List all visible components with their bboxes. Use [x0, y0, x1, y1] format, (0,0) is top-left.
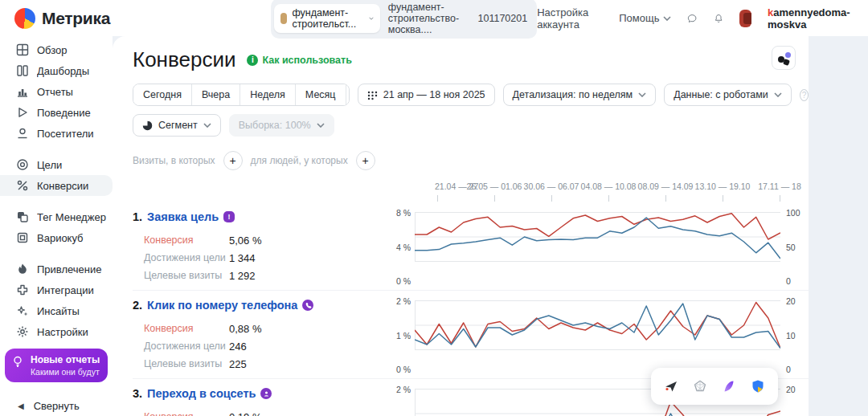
- stat-value: 0,19 %: [229, 411, 392, 416]
- conditions-row: Визиты, в которых + для людей, у которых…: [133, 151, 809, 170]
- date-range-label: 21 апр — 18 ноя 2025: [383, 89, 485, 100]
- help-label: Помощь: [619, 12, 659, 24]
- stat-label: Конверсия: [144, 411, 229, 416]
- sidebar-item-variocube[interactable]: Вариокуб: [0, 227, 113, 248]
- puzzle-icon: [16, 283, 29, 296]
- sidebar-item-insights[interactable]: Инсайты: [0, 300, 113, 321]
- bulb-icon: [11, 355, 24, 368]
- sidebar-item-label: Обзор: [37, 44, 68, 56]
- shield-icon[interactable]: [746, 374, 770, 398]
- date-axis-tick: [494, 195, 495, 202]
- period-quarter-button[interactable]: Квартал: [346, 84, 350, 105]
- counter-selector[interactable]: фундамент-строительст...: [274, 4, 380, 33]
- page-title: Конверсии: [133, 47, 235, 72]
- date-axis-label: 04.08 — 10.08: [581, 181, 637, 191]
- y-tick: 100: [786, 208, 800, 218]
- date-range-button[interactable]: 21 апр — 18 ноя 2025: [358, 84, 495, 106]
- stat-value: 0,88 %: [229, 323, 392, 335]
- sidebar-item-attraction[interactable]: Привлечение: [0, 259, 113, 279]
- goal-stats: Конверсия5,06 % Достижения цели1 344 Цел…: [144, 235, 392, 282]
- line-chart[interactable]: [415, 300, 780, 350]
- add-people-condition-button[interactable]: +: [356, 151, 375, 170]
- y-tick: 20: [786, 296, 796, 306]
- chevron-down-icon: [317, 123, 325, 128]
- period-month-button[interactable]: Месяц: [296, 84, 346, 105]
- period-today-button[interactable]: Сегодня: [133, 84, 192, 105]
- sidebar-item-dashboards[interactable]: Дашборды: [0, 60, 113, 81]
- y-tick: 10: [786, 331, 796, 341]
- y-tick: 2 %: [396, 296, 411, 306]
- sidebar-item-overview[interactable]: Обзор: [0, 39, 113, 60]
- chevron-down-icon: [369, 16, 374, 21]
- data-mode-label: Данные: с роботами: [674, 89, 768, 100]
- goal-number: 1.: [133, 210, 142, 223]
- stat-label: Конверсия: [144, 235, 229, 247]
- period-segmented-control: Сегодня Вчера Неделя Месяц Квартал Год: [133, 84, 350, 106]
- username[interactable]: kamennyedoma-moskva: [768, 6, 850, 31]
- goal-link[interactable]: Переход в соцсеть: [147, 387, 256, 400]
- help-menu[interactable]: Помощь: [619, 12, 671, 24]
- chat-icon[interactable]: [687, 11, 697, 26]
- tag-manager-icon: [16, 210, 29, 223]
- goal-type-person-icon: [260, 388, 272, 399]
- sidebar-item-reports[interactable]: Отчеты: [0, 81, 113, 102]
- y-tick: 20: [786, 385, 796, 394]
- sidebar-item-behavior[interactable]: Поведение: [0, 102, 113, 123]
- sidebar-item-settings[interactable]: Настройки: [0, 321, 113, 342]
- y-tick: 4 %: [396, 243, 411, 252]
- line-chart[interactable]: [415, 212, 780, 262]
- target-icon: [16, 158, 29, 171]
- ai-assistant-button[interactable]: [772, 46, 796, 70]
- goal-link[interactable]: Заявка цель: [147, 210, 219, 223]
- sidebar-item-tag-manager[interactable]: Тег Менеджерβ: [0, 206, 113, 227]
- new-reports-promo-card[interactable]: Новые отчеты Какими они будут: [5, 349, 108, 382]
- avatar[interactable]: [739, 10, 751, 27]
- goal-chart-2: 2 % 1 % 0 % 20 10 0: [392, 300, 803, 370]
- y-tick: 8 %: [396, 208, 411, 218]
- goal-link[interactable]: Клик по номеру телефона: [147, 299, 297, 312]
- promo-title: Новые отчеты: [31, 354, 100, 365]
- goal-type-exclamation-icon: !: [223, 211, 235, 222]
- how-to-use-link[interactable]: i Как использовать: [247, 55, 351, 66]
- sidebar-item-label: Тег Менеджерβ: [37, 210, 106, 223]
- sidebar-item-visitors[interactable]: Посетители: [0, 123, 113, 144]
- visits-condition-label: Визиты, в которых: [133, 155, 215, 166]
- sample-dropdown[interactable]: Выборка: 100%: [229, 114, 334, 137]
- chevron-down-icon: [774, 92, 782, 97]
- counter-id: 101170201: [478, 13, 528, 24]
- sidebar-item-goals[interactable]: Цели: [0, 154, 113, 175]
- detail-dropdown[interactable]: Детализация: по неделям: [503, 84, 657, 106]
- collapse-sidebar-button[interactable]: ◀ Свернуть: [0, 400, 113, 412]
- data-mode-dropdown[interactable]: Данные: с роботами: [664, 84, 792, 106]
- bell-icon[interactable]: [714, 11, 723, 26]
- period-week-button[interactable]: Неделя: [240, 84, 296, 105]
- goal-number: 2.: [133, 299, 142, 312]
- calendar-icon: [367, 90, 378, 100]
- people-condition-label: для людей, у которых: [251, 155, 348, 166]
- metrika-logo[interactable]: Метрика: [0, 8, 110, 29]
- sidebar-item-conversions[interactable]: Конверсии: [0, 175, 113, 196]
- chevron-down-icon: [663, 16, 671, 21]
- counter-selected-label: фундамент-строительст...: [292, 7, 363, 30]
- add-visit-condition-button[interactable]: +: [223, 151, 243, 170]
- question-icon[interactable]: ?: [800, 89, 809, 101]
- sidebar-item-label: Вариокуб: [37, 232, 84, 244]
- segment-button[interactable]: Сегмент: [133, 114, 221, 137]
- sidebar-item-integrations[interactable]: Интеграции: [0, 279, 113, 300]
- sidebar-item-label: Привлечение: [37, 263, 102, 275]
- counter-group: фундамент-строительст... фундамент-строи…: [271, 0, 537, 39]
- y-tick: 50: [786, 243, 796, 252]
- grid-icon: [16, 43, 29, 56]
- period-yesterday-button[interactable]: Вчера: [192, 84, 240, 105]
- goal-row-2: 2. Клик по номеру телефона Конверсия0,88…: [133, 290, 809, 378]
- stat-value: 225: [229, 358, 392, 370]
- account-settings-link[interactable]: Настройка аккаунта: [537, 6, 603, 31]
- sparkles-icon: [16, 304, 29, 317]
- feather-pen-icon[interactable]: [717, 374, 741, 398]
- collapse-label: Свернуть: [34, 400, 80, 412]
- play-icon: [16, 106, 29, 119]
- date-axis-tick: [665, 195, 666, 202]
- paper-plane-icon[interactable]: [659, 374, 683, 398]
- date-axis-label: 30.06 — 06.07: [524, 181, 579, 191]
- pentagon-web-icon[interactable]: [688, 374, 712, 398]
